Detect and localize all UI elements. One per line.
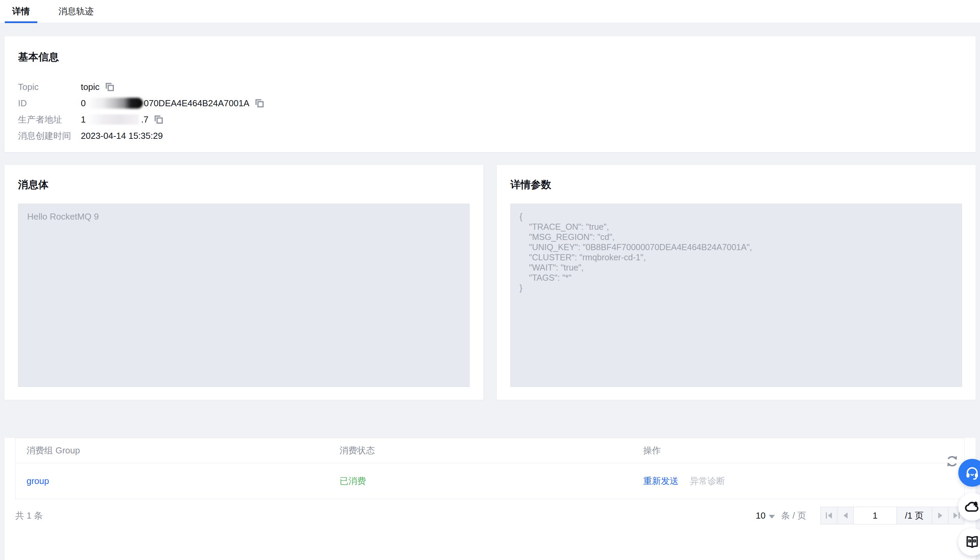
current-page-value: 1 <box>873 510 877 521</box>
id-label: ID <box>18 98 81 108</box>
page-size-value: 10 <box>756 510 765 521</box>
id-value-prefix: 0 <box>81 98 85 108</box>
consume-status-value: 已消费 <box>340 476 366 486</box>
pagination: 10 条 / 页 1 /1 页 <box>756 507 965 524</box>
middle-cards-row: 消息体 Hello RocketMQ 9 详情参数 { "TRACE_ON": … <box>4 165 976 400</box>
first-page-button[interactable] <box>821 507 837 524</box>
message-body-title: 消息体 <box>18 179 470 190</box>
detail-params-box[interactable]: { "TRACE_ON": "true", "MSG_REGION": "cd"… <box>510 203 962 387</box>
last-page-icon <box>953 512 958 518</box>
producer-address-redacted-blur <box>87 114 139 125</box>
refresh-icon[interactable] <box>945 454 959 468</box>
next-page-icon <box>938 512 942 518</box>
tab-message-trace[interactable]: 消息轨迹 <box>51 0 101 23</box>
tab-detail[interactable]: 详情 <box>5 0 37 23</box>
field-created-time: 消息创建时间 2023-04-14 15:35:29 <box>18 128 962 144</box>
per-page-label: 条 / 页 <box>781 510 806 522</box>
tab-message-trace-label: 消息轨迹 <box>58 5 94 17</box>
consumer-group-link[interactable]: group <box>27 476 49 486</box>
copy-icon[interactable] <box>153 114 164 125</box>
table-header-row: 消费组 Group 消费状态 操作 <box>16 438 965 463</box>
resend-action-link[interactable]: 重新发送 <box>643 476 678 486</box>
created-time-label: 消息创建时间 <box>18 130 81 142</box>
id-redacted-blur <box>87 98 143 108</box>
caret-down-icon <box>769 515 775 518</box>
topic-value: topic <box>81 82 100 92</box>
current-page-input[interactable]: 1 <box>853 507 897 524</box>
detail-params-title: 详情参数 <box>510 179 962 190</box>
table-row: group 已消费 重新发送 异常诊断 <box>16 463 965 499</box>
created-time-value: 2023-04-14 15:35:29 <box>81 131 163 141</box>
message-body-box[interactable]: Hello RocketMQ 9 <box>18 203 470 387</box>
message-body-content: Hello RocketMQ 9 <box>27 212 99 222</box>
field-producer-address: 生产者地址 1 .7 <box>18 111 962 128</box>
pager-buttons: 1 /1 页 <box>820 507 965 524</box>
detail-params-card: 详情参数 { "TRACE_ON": "true", "MSG_REGION":… <box>497 165 976 400</box>
page-content: 基本信息 Topic topic ID 0 <box>0 23 980 560</box>
open-book-icon <box>965 535 980 550</box>
basic-info-fields: Topic topic ID 0 070DEA4E464B24 <box>18 79 962 144</box>
basic-info-title: 基本信息 <box>18 52 962 62</box>
column-consumer-group: 消费组 Group <box>16 438 329 463</box>
topic-label: Topic <box>18 82 81 92</box>
producer-address-suffix: .7 <box>141 114 149 125</box>
field-id: ID 0 070DEA4E464B24A7001A <box>18 95 962 111</box>
consumer-group-table: 消费组 Group 消费状态 操作 group 已消费 重新发送 异常诊断 <box>15 438 965 499</box>
diagnose-action-disabled[interactable]: 异常诊断 <box>690 476 725 486</box>
field-topic: Topic topic <box>18 79 962 95</box>
total-count-text: 共 1 条 <box>15 510 43 522</box>
producer-address-prefix: 1 <box>81 114 85 125</box>
column-actions: 操作 <box>632 438 964 463</box>
cloud-bell-icon <box>964 499 980 515</box>
id-value-suffix: 070DEA4E464B24A7001A <box>144 98 249 108</box>
table-footer: 共 1 条 10 条 / 页 1 <box>15 507 965 524</box>
producer-address-label: 生产者地址 <box>18 114 81 125</box>
page-total-label: /1 页 <box>897 507 932 524</box>
copy-icon[interactable] <box>104 82 115 92</box>
tab-bar: 详情 消息轨迹 <box>0 0 980 23</box>
message-body-card: 消息体 Hello RocketMQ 9 <box>4 165 483 400</box>
next-page-button[interactable] <box>932 507 948 524</box>
first-page-icon <box>826 512 827 518</box>
headset-icon <box>964 465 980 481</box>
consumer-group-card: 消费组 Group 消费状态 操作 group 已消费 重新发送 异常诊断 共 … <box>4 438 976 560</box>
prev-page-icon <box>843 512 848 518</box>
tab-detail-label: 详情 <box>12 5 30 17</box>
basic-info-card: 基本信息 Topic topic ID 0 <box>4 36 976 152</box>
column-consume-status: 消费状态 <box>329 438 632 463</box>
copy-icon[interactable] <box>254 98 265 108</box>
prev-page-button[interactable] <box>837 507 853 524</box>
page-size-select[interactable]: 10 <box>756 510 775 521</box>
